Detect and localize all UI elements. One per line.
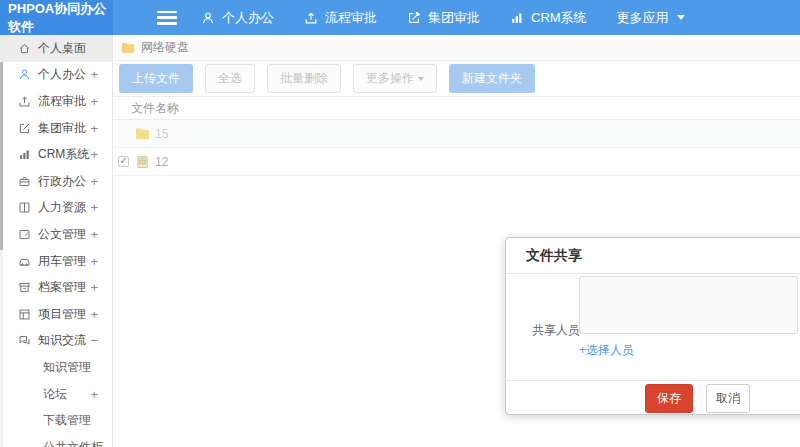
upload-icon (18, 95, 31, 108)
modal-header: 文件共享 (506, 238, 800, 274)
expand-plus-icon[interactable]: + (90, 94, 98, 109)
folder-icon (135, 127, 150, 141)
sidebar-item-personal-desktop[interactable]: 个人桌面 (0, 35, 112, 62)
file-share-modal: 文件共享 共享人员 +选择人员 保存 取消 (505, 237, 800, 415)
expand-plus-icon[interactable]: + (90, 121, 98, 136)
save-button[interactable]: 保存 (645, 384, 693, 413)
modal-body: 共享人员 +选择人员 (506, 274, 800, 380)
file-name-column-header: 文件名称 (131, 100, 179, 117)
project-icon (18, 308, 31, 321)
more-actions-label: 更多操作 (366, 71, 414, 85)
sidebar-subitem-public-cabinet[interactable]: 公共文件柜 (0, 434, 112, 447)
file-row-folder-15[interactable]: 15 (114, 120, 800, 148)
book-icon (18, 201, 31, 214)
sidebar-item-label: 人力资源 (38, 199, 86, 216)
sidebar-item-group-approval[interactable]: 集团审批 + (0, 115, 112, 142)
archive-icon (18, 281, 31, 294)
sidebar-subitem-knowledge-mgmt[interactable]: 知识管理 (0, 354, 112, 381)
sidebar: 个人桌面 个人办公 + 流程审批 + 集团审批 + CRM系统 + 行政办公 +… (0, 35, 113, 447)
sidebar-item-admin-office[interactable]: 行政办公 + (0, 168, 112, 195)
nav-workflow-approval[interactable]: 流程审批 (304, 9, 377, 27)
expand-plus-icon[interactable]: + (90, 67, 98, 82)
nav-label: CRM系统 (531, 9, 587, 27)
nav-more-apps[interactable]: 更多应用 (617, 9, 685, 27)
bar-chart-icon (510, 11, 524, 25)
share-members-input[interactable] (579, 276, 798, 334)
sidebar-subitem-forum[interactable]: 论坛 + (0, 381, 112, 408)
sidebar-item-project-mgmt[interactable]: 项目管理 + (0, 301, 112, 328)
modal-title: 文件共享 (526, 247, 582, 265)
choose-members-link[interactable]: +选择人员 (579, 342, 634, 359)
sidebar-item-personal-office[interactable]: 个人办公 + (0, 62, 112, 89)
sidebar-item-document-mgmt[interactable]: 公文管理 + (0, 221, 112, 248)
folder-icon (121, 42, 135, 54)
chat-icon (18, 334, 31, 347)
bar-chart-icon (18, 148, 31, 161)
file-table-header: 文件名称 (114, 96, 800, 120)
top-bar: PHPOA协同办公软件 个人办公 流程审批 集团审批 CRM系统 更多应用 (0, 0, 800, 35)
user-icon (201, 11, 215, 25)
new-folder-button[interactable]: 新建文件夹 (449, 64, 535, 93)
breadcrumb-label: 网络硬盘 (141, 39, 189, 56)
sidebar-item-label: 档案管理 (38, 279, 86, 296)
sidebar-item-workflow-approval[interactable]: 流程审批 + (0, 88, 112, 115)
expand-plus-icon[interactable]: + (90, 387, 98, 402)
nav-label: 流程审批 (325, 9, 377, 27)
sidebar-item-label: 项目管理 (38, 306, 86, 323)
batch-delete-button[interactable]: 批量删除 (267, 64, 341, 93)
sidebar-item-crm-system[interactable]: CRM系统 + (0, 141, 112, 168)
user-icon (18, 68, 31, 81)
caret-down-icon (677, 15, 685, 20)
sidebar-subitem-label: 下载管理 (43, 412, 91, 429)
expand-plus-icon[interactable]: + (90, 227, 98, 242)
upload-file-button[interactable]: 上传文件 (119, 64, 193, 93)
toolbar: 上传文件 全选 批量删除 更多操作 新建文件夹 (114, 61, 800, 96)
sidebar-item-vehicle-mgmt[interactable]: 用车管理 + (0, 248, 112, 275)
edit-icon (407, 11, 421, 25)
nav-group-approval[interactable]: 集团审批 (407, 9, 480, 27)
file-name[interactable]: 12 (155, 155, 168, 169)
sidebar-item-label: 知识交流 (38, 332, 86, 349)
nav-crm-system[interactable]: CRM系统 (510, 9, 587, 27)
expand-plus-icon[interactable]: + (90, 147, 98, 162)
sidebar-item-label: 集团审批 (38, 120, 86, 137)
document-icon (18, 228, 31, 241)
zip-file-icon (135, 155, 150, 169)
sidebar-item-archive-mgmt[interactable]: 档案管理 + (0, 274, 112, 301)
expand-plus-icon[interactable]: + (90, 174, 98, 189)
row-checkbox[interactable] (118, 156, 129, 167)
sidebar-item-label: 个人桌面 (38, 40, 86, 57)
file-name[interactable]: 15 (155, 127, 168, 141)
hamburger-menu-icon[interactable] (157, 11, 177, 25)
home-icon (18, 42, 31, 55)
edit-icon (18, 122, 31, 135)
nav-label: 个人办公 (222, 9, 274, 27)
app-logo: PHPOA协同办公软件 (0, 0, 113, 35)
sidebar-subitem-label: 公共文件柜 (43, 439, 103, 447)
sidebar-item-label: 流程审批 (38, 93, 86, 110)
nav-personal-office[interactable]: 个人办公 (201, 9, 274, 27)
car-icon (18, 255, 31, 268)
upload-icon (304, 11, 318, 25)
cancel-button[interactable]: 取消 (706, 384, 750, 413)
sidebar-subitem-label: 论坛 (43, 386, 67, 403)
sidebar-item-label: 个人办公 (38, 66, 86, 83)
share-members-label: 共享人员 (532, 322, 580, 339)
sidebar-item-label: 公文管理 (38, 226, 86, 243)
file-row-archive-12[interactable]: 12 (114, 148, 800, 176)
sidebar-item-knowledge-exchange[interactable]: 知识交流 − (0, 328, 112, 355)
more-actions-button[interactable]: 更多操作 (353, 64, 437, 93)
expand-plus-icon[interactable]: + (90, 200, 98, 215)
select-all-button[interactable]: 全选 (205, 64, 255, 93)
sidebar-subitem-download-mgmt[interactable]: 下载管理 (0, 407, 112, 434)
sidebar-item-label: 行政办公 (38, 173, 86, 190)
expand-plus-icon[interactable]: + (90, 254, 98, 269)
sidebar-item-label: CRM系统 (38, 146, 89, 163)
top-nav: 个人办公 流程审批 集团审批 CRM系统 更多应用 (113, 0, 800, 35)
sidebar-item-label: 用车管理 (38, 253, 86, 270)
expand-plus-icon[interactable]: + (90, 280, 98, 295)
collapse-minus-icon[interactable]: − (90, 333, 98, 348)
sidebar-item-hr[interactable]: 人力资源 + (0, 195, 112, 222)
expand-plus-icon[interactable]: + (90, 307, 98, 322)
nav-label: 更多应用 (617, 9, 669, 27)
